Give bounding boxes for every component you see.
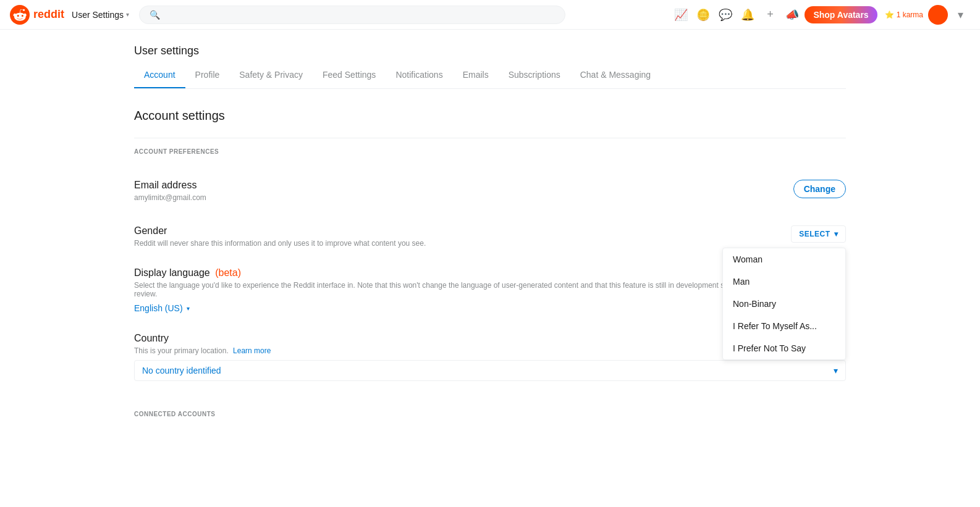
gender-select-button[interactable]: SELECT ▾ [791, 225, 846, 243]
avatar[interactable] [928, 5, 948, 25]
settings-tabs: Account Profile Safety & Privacy Feed Se… [134, 62, 846, 89]
gender-label: Gender [134, 225, 776, 237]
trending-icon-btn[interactable]: 📈 [671, 5, 691, 25]
country-chevron-icon: ▾ [834, 366, 838, 375]
karma-display[interactable]: ⭐ 1 karma [885, 10, 923, 19]
gender-option-self[interactable]: I Refer To Myself As... [723, 315, 845, 337]
topbar-actions: 📈 🪙 💬 🔔 + 📣 Shop Avatars ⭐ 1 karma ▾ [671, 5, 970, 25]
plus-icon-btn[interactable]: + [760, 5, 780, 25]
gender-select-label: SELECT [799, 230, 830, 238]
shop-avatars-button[interactable]: Shop Avatars [805, 6, 877, 23]
megaphone-icon-btn[interactable]: 📣 [782, 5, 802, 25]
topbar: reddit User Settings ▾ 🔍 📈 🪙 💬 🔔 + 📣 Sho… [0, 0, 980, 30]
gender-dropdown: Woman Man Non-Binary I Refer To Myself A… [722, 248, 846, 360]
country-select[interactable]: No country identified ▾ [134, 360, 846, 381]
tab-safety[interactable]: Safety & Privacy [229, 62, 313, 88]
gender-row-right: SELECT ▾ Woman Man Non-Binary I Refer To… [791, 225, 846, 243]
section-divider [134, 138, 846, 138]
country-current-value: No country identified [142, 366, 221, 375]
tab-feed[interactable]: Feed Settings [313, 62, 386, 88]
language-chevron-icon: ▾ [187, 305, 190, 312]
tab-profile[interactable]: Profile [185, 62, 230, 88]
chat-icon-btn[interactable]: 💬 [716, 5, 735, 25]
gender-row-left: Gender Reddit will never share this info… [134, 225, 776, 248]
language-current-value: English (US) [134, 303, 183, 313]
gender-description: Reddit will never share this information… [134, 239, 776, 248]
change-email-button[interactable]: Change [793, 180, 846, 198]
gender-option-woman[interactable]: Woman [723, 248, 845, 270]
karma-count: 1 karma [897, 10, 923, 19]
gender-chevron-icon: ▾ [834, 230, 838, 238]
gender-settings-row: Gender Reddit will never share this info… [134, 216, 846, 258]
email-label: Email address [134, 180, 779, 191]
search-bar[interactable]: 🔍 [139, 6, 565, 24]
tab-notifications[interactable]: Notifications [386, 62, 452, 88]
gender-select-area: SELECT ▾ Woman Man Non-Binary I Refer To… [791, 225, 846, 243]
tab-emails[interactable]: Emails [453, 62, 499, 88]
page-title: User settings [134, 30, 846, 57]
search-icon: 🔍 [150, 10, 160, 20]
email-row-left: Email address amylimitx@gmail.com [134, 180, 779, 206]
connected-accounts-label: CONNECTED ACCOUNTS [134, 411, 846, 417]
gender-option-nonbinary[interactable]: Non-Binary [723, 293, 845, 315]
gender-option-prefer-not[interactable]: I Prefer Not To Say [723, 337, 845, 359]
preferences-label: ACCOUNT PREFERENCES [134, 148, 846, 155]
beta-badge: (beta) [215, 267, 241, 278]
email-row-right: Change [793, 180, 846, 198]
dropdown-chevron-btn[interactable]: ▾ [950, 5, 970, 25]
breadcrumb-label: User Settings [72, 10, 124, 20]
karma-icon: ⭐ [885, 10, 894, 19]
page-breadcrumb: User Settings ▾ [72, 10, 129, 20]
account-settings-content: Account settings ACCOUNT PREFERENCES Ema… [134, 89, 846, 437]
account-section-title: Account settings [134, 109, 846, 123]
tab-chat[interactable]: Chat & Messaging [570, 62, 661, 88]
reddit-logo[interactable]: reddit [10, 5, 64, 25]
search-input[interactable] [165, 10, 555, 20]
tab-account[interactable]: Account [134, 62, 185, 88]
reddit-wordmark: reddit [33, 8, 64, 21]
breadcrumb-chevron: ▾ [126, 11, 129, 18]
coins-icon-btn[interactable]: 🪙 [693, 5, 713, 25]
page-content: User settings Account Profile Safety & P… [119, 30, 861, 437]
bell-icon-btn[interactable]: 🔔 [738, 5, 758, 25]
tab-subscriptions[interactable]: Subscriptions [499, 62, 570, 88]
email-value: amylimitx@gmail.com [134, 193, 779, 202]
gender-option-man[interactable]: Man [723, 270, 845, 293]
email-settings-row: Email address amylimitx@gmail.com Change [134, 170, 846, 216]
learn-more-link[interactable]: Learn more [233, 346, 271, 355]
reddit-logo-icon [10, 5, 30, 25]
